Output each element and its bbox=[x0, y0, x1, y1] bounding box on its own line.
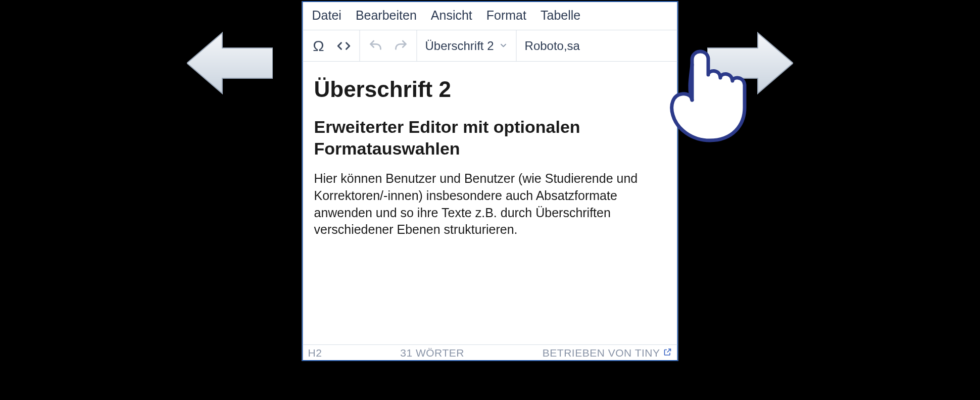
status-bar: H2 31 WÖRTER BETRIEBEN VON TINY bbox=[303, 344, 677, 360]
font-family-label: Roboto,sa bbox=[525, 39, 580, 53]
editor-content-area[interactable]: Überschrift 2 Erweiterter Editor mit opt… bbox=[303, 62, 677, 344]
menubar: Datei Bearbeiten Ansicht Format Tabelle bbox=[303, 2, 677, 30]
block-format-dropdown[interactable]: Überschrift 2 bbox=[417, 30, 517, 61]
content-paragraph: Hier können Benutzer und Benutzer (wie S… bbox=[314, 170, 666, 238]
content-heading-3: Erweiterter Editor mit optionalen Format… bbox=[314, 116, 666, 159]
status-path[interactable]: H2 bbox=[308, 347, 322, 359]
font-family-dropdown[interactable]: Roboto,sa bbox=[517, 30, 588, 61]
pointing-hand-cursor bbox=[662, 39, 773, 145]
rich-text-editor: Datei Bearbeiten Ansicht Format Tabelle … bbox=[302, 1, 678, 361]
chevron-down-icon bbox=[499, 39, 508, 53]
external-link-icon bbox=[663, 347, 672, 359]
redo-button[interactable] bbox=[388, 33, 414, 59]
powered-label: BETRIEBEN VON TINY bbox=[543, 347, 660, 359]
menu-format[interactable]: Format bbox=[486, 8, 526, 23]
special-character-button[interactable]: Ω bbox=[306, 33, 331, 59]
menu-table[interactable]: Tabelle bbox=[541, 8, 580, 23]
menu-view[interactable]: Ansicht bbox=[431, 8, 472, 23]
menu-edit[interactable]: Bearbeiten bbox=[356, 8, 417, 23]
content-heading-2: Überschrift 2 bbox=[314, 77, 666, 102]
status-wordcount[interactable]: 31 WÖRTER bbox=[400, 347, 464, 359]
block-format-label: Überschrift 2 bbox=[425, 39, 494, 53]
menu-file[interactable]: Datei bbox=[312, 8, 341, 23]
redo-icon bbox=[394, 38, 409, 54]
arrow-left-decoration bbox=[187, 30, 273, 96]
status-powered-by[interactable]: BETRIEBEN VON TINY bbox=[543, 347, 672, 359]
code-icon bbox=[336, 38, 352, 54]
arrow-right-decoration bbox=[707, 30, 793, 96]
undo-icon bbox=[368, 38, 383, 54]
undo-button[interactable] bbox=[363, 33, 388, 59]
toolbar: Ω Überschrift 2 Roboto,sa bbox=[303, 30, 677, 62]
source-code-button[interactable] bbox=[331, 33, 357, 59]
